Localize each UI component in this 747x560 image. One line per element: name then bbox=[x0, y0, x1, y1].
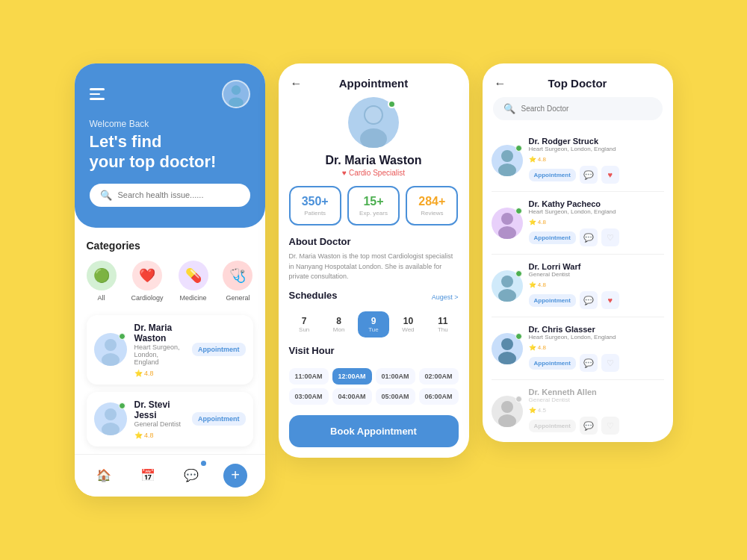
svg-point-15 bbox=[501, 338, 513, 350]
rating-kathy: ⭐ 4.8 bbox=[529, 219, 664, 225]
doc-info-stevi: Dr. Stevi Jessi General Dentist ⭐ 4.8 bbox=[134, 399, 185, 439]
schedules-section: Schedules Augest > 7 Sun 8 Mon 9 Tue 10 bbox=[279, 290, 469, 345]
visit-hour-title: Visit Hour bbox=[289, 345, 459, 356]
heart-btn-chris[interactable]: ♡ bbox=[601, 354, 619, 372]
day-9[interactable]: 9 Tue bbox=[358, 311, 388, 337]
doctor-list: Dr. Rodger Struck Heart Surgeon, London,… bbox=[483, 129, 673, 442]
hamburger-menu[interactable] bbox=[90, 88, 105, 100]
category-medicine[interactable]: 💊 Medicine bbox=[179, 261, 208, 302]
categories-row: 🟢 All ❤️ Cardiology 💊 Medicine 🩺 General bbox=[87, 261, 253, 302]
doctor-row-rodger: Dr. Rodger Struck Heart Surgeon, London,… bbox=[492, 129, 664, 192]
cat-medicine-icon: 💊 bbox=[179, 261, 208, 290]
about-text: Dr. Maria Waston is the top most Cardiol… bbox=[289, 252, 459, 282]
doc-info-maria: Dr. Maria Waston Heart Surgeon, London, … bbox=[134, 323, 185, 377]
doc-rating-stevi: ⭐ 4.8 bbox=[134, 432, 185, 439]
doctor-row-lorri: Dr. Lorri Warf General Dentist ⭐ 4.8 App… bbox=[492, 255, 664, 317]
svg-point-8 bbox=[365, 107, 382, 123]
categories-title: Categories bbox=[87, 240, 253, 252]
home-search-input[interactable] bbox=[118, 190, 240, 199]
svg-point-3 bbox=[102, 353, 120, 366]
appt-btn-kathy[interactable]: Appointment bbox=[529, 231, 576, 244]
time-1100[interactable]: 11:00AM bbox=[289, 368, 329, 385]
heart-btn-rodger[interactable]: ♥ bbox=[601, 166, 619, 184]
svg-point-18 bbox=[498, 414, 516, 427]
status-active-rodger bbox=[515, 145, 522, 152]
book-appointment-btn[interactable]: Book Appointment bbox=[289, 415, 459, 447]
screen-appointment: ← Appointment Dr. Maria Waston ♥ Cardio … bbox=[279, 63, 469, 458]
screen-home: Welcome Back Let's find your top doctor!… bbox=[75, 63, 265, 497]
appointment-btn-maria[interactable]: Appointment bbox=[192, 343, 246, 356]
chat-btn-lorri[interactable]: 💬 bbox=[580, 291, 598, 309]
home-body: Categories 🟢 All ❤️ Cardiology 💊 Medicin… bbox=[75, 228, 265, 447]
doc-actions-kathy: Appointment 💬 ♡ bbox=[529, 228, 664, 246]
time-1200[interactable]: 12:00AM bbox=[332, 368, 372, 385]
appt-btn-lorri[interactable]: Appointment bbox=[529, 294, 576, 307]
heart-btn-lorri[interactable]: ♥ bbox=[601, 291, 619, 309]
day-8[interactable]: 8 Mon bbox=[323, 311, 354, 337]
rating-rodger: ⭐ 4.8 bbox=[529, 156, 664, 163]
days-row: 7 Sun 8 Mon 9 Tue 10 Wed 11 Thu bbox=[289, 311, 459, 337]
doctor-search-input[interactable] bbox=[521, 105, 652, 113]
doc-profile: Dr. Maria Waston ♥ Cardio Specialist bbox=[279, 97, 469, 186]
stat-exp: 15+ Exp. years bbox=[347, 186, 400, 225]
home-header: Welcome Back Let's find your top doctor!… bbox=[75, 63, 265, 228]
nav-chat[interactable]: 💬 bbox=[179, 464, 203, 488]
bottom-nav: 🏠 📅 💬 + bbox=[75, 454, 265, 497]
cat-cardiology-label: Cardiology bbox=[131, 294, 163, 302]
s2-doc-specialty: ♥ Cardio Specialist bbox=[342, 169, 405, 177]
rating-kenneth: ⭐ 4.5 bbox=[529, 407, 664, 414]
chat-btn-chris[interactable]: 💬 bbox=[580, 354, 598, 372]
nav-home[interactable]: 🏠 bbox=[92, 464, 116, 488]
svg-point-16 bbox=[498, 352, 516, 364]
appointment-btn-stevi[interactable]: Appointment bbox=[192, 412, 246, 426]
back-arrow-appointment[interactable]: ← bbox=[291, 77, 303, 90]
doctor-row-chris: Dr. Chris Glasser Heart Surgeon, London,… bbox=[492, 317, 664, 380]
svg-point-17 bbox=[501, 401, 513, 413]
day-10[interactable]: 10 Wed bbox=[393, 311, 424, 337]
appt-btn-kenneth[interactable]: Appointment bbox=[529, 420, 576, 432]
category-general[interactable]: 🩺 General bbox=[223, 261, 252, 302]
chat-btn-kenneth[interactable]: 💬 bbox=[580, 417, 598, 435]
doc-avatar-rodger bbox=[492, 145, 523, 176]
category-all[interactable]: 🟢 All bbox=[87, 261, 117, 302]
chat-btn-kathy[interactable]: 💬 bbox=[580, 228, 598, 246]
nav-add-btn[interactable]: + bbox=[223, 464, 247, 488]
time-0300[interactable]: 03:00AM bbox=[289, 388, 329, 405]
doc-actions-kenneth: Appointment 💬 ♡ bbox=[529, 417, 664, 435]
stat-exp-label: Exp. years bbox=[352, 210, 395, 217]
status-dot-large bbox=[388, 100, 396, 108]
doc-avatar-lorri bbox=[492, 270, 523, 302]
time-0400[interactable]: 04:00AM bbox=[332, 388, 372, 405]
time-0600[interactable]: 06:00AM bbox=[419, 388, 459, 405]
stat-exp-num: 15+ bbox=[352, 195, 395, 208]
time-0200[interactable]: 02:00AM bbox=[419, 368, 459, 385]
doc-avatar-kenneth bbox=[492, 396, 523, 427]
doctor-card-stevi: Dr. Stevi Jessi General Dentist ⭐ 4.8 Ap… bbox=[87, 392, 253, 447]
month-nav[interactable]: Augest > bbox=[432, 293, 459, 301]
day-7[interactable]: 7 Sun bbox=[289, 311, 320, 337]
heart-btn-kathy[interactable]: ♡ bbox=[601, 228, 619, 246]
doctor-search-bar[interactable]: 🔍 bbox=[493, 97, 663, 120]
chat-btn-rodger[interactable]: 💬 bbox=[580, 166, 598, 184]
about-title: About Doctor bbox=[289, 236, 459, 247]
appointment-header: ← Appointment bbox=[279, 63, 469, 97]
category-cardiology[interactable]: ❤️ Cardiology bbox=[131, 261, 163, 302]
appointment-title: Appointment bbox=[339, 77, 408, 90]
doc-info-kenneth: Dr. Kenneth Allen General Dentist ⭐ 4.5 … bbox=[529, 388, 664, 435]
appt-btn-chris[interactable]: Appointment bbox=[529, 357, 576, 370]
appt-btn-rodger[interactable]: Appointment bbox=[529, 169, 576, 181]
time-0500[interactable]: 05:00AM bbox=[376, 388, 415, 405]
nav-calendar[interactable]: 📅 bbox=[136, 464, 160, 488]
back-arrow-top-doctor[interactable]: ← bbox=[495, 77, 506, 90]
doc-info-lorri: Dr. Lorri Warf General Dentist ⭐ 4.8 App… bbox=[529, 262, 664, 309]
day-11[interactable]: 11 Thu bbox=[427, 311, 458, 337]
home-search-bar[interactable]: 🔍 bbox=[90, 184, 250, 207]
welcome-text: Welcome Back bbox=[90, 119, 250, 129]
heart-btn-kenneth[interactable]: ♡ bbox=[601, 417, 619, 435]
doc-actions-chris: Appointment 💬 ♡ bbox=[529, 354, 664, 372]
time-grid: 11:00AM 12:00AM 01:00AM 02:00AM 03:00AM … bbox=[279, 368, 469, 415]
doc-rating-maria: ⭐ 4.8 bbox=[134, 370, 185, 377]
user-avatar[interactable] bbox=[222, 80, 250, 108]
time-0100[interactable]: 01:00AM bbox=[376, 368, 415, 385]
svg-point-12 bbox=[498, 226, 516, 239]
